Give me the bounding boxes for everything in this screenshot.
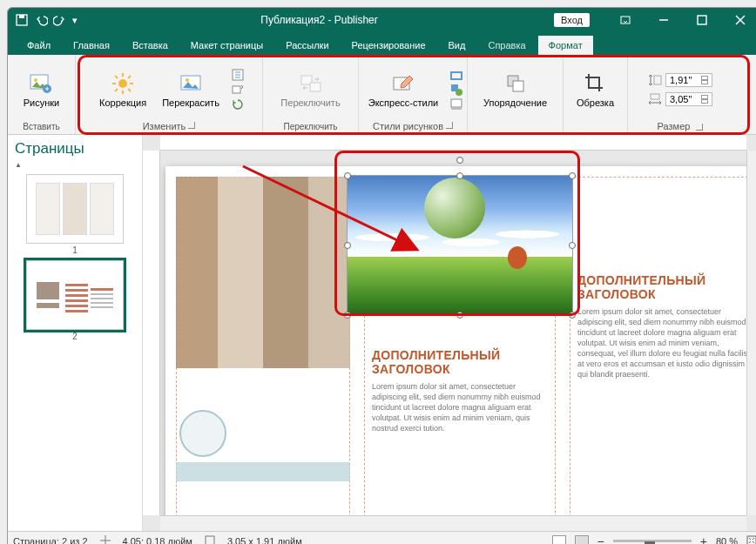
close-icon[interactable] <box>722 8 756 32</box>
svg-rect-34 <box>651 94 659 99</box>
save-icon[interactable] <box>15 13 29 27</box>
tab-view[interactable]: Вид <box>438 36 476 55</box>
view-two-page-icon[interactable] <box>575 535 589 545</box>
group-modify: Изменить <box>143 121 186 131</box>
fit-window-icon[interactable] <box>746 535 756 545</box>
tab-format[interactable]: Формат <box>538 36 593 55</box>
svg-line-17 <box>128 76 131 78</box>
pictures-button[interactable]: Рисунки <box>18 69 65 111</box>
recolor-button[interactable]: Перекрасить <box>157 69 225 111</box>
text-column-3[interactable]: ДОПОЛНИТЕЛЬНЫЙ ЗАГОЛОВОК Lorem ipsum dol… <box>570 177 746 515</box>
undo-icon[interactable] <box>34 13 48 27</box>
crop-label: Обрезка <box>577 97 614 108</box>
resize-handle-n[interactable] <box>456 172 463 179</box>
svg-rect-30 <box>451 107 462 110</box>
zoom-in-icon[interactable]: + <box>700 534 707 545</box>
page-thumbnail-2[interactable] <box>26 260 124 330</box>
arrange-button[interactable]: Упорядочение <box>478 69 552 111</box>
canvas-area: ДОПОЛНИТЕЛЬНЫЙ ЗАГОЛОВОК Lorem ipsum dol… <box>143 135 756 531</box>
resize-handle-e[interactable] <box>569 242 576 249</box>
picture-content <box>348 176 572 315</box>
swap-button[interactable]: Переключить <box>275 69 345 111</box>
resize-handle-w[interactable] <box>344 242 351 249</box>
svg-point-10 <box>118 79 127 88</box>
width-icon <box>648 93 662 105</box>
svg-rect-26 <box>451 72 462 79</box>
change-picture-icon[interactable] <box>232 84 244 96</box>
resize-handle-sw[interactable] <box>344 312 351 319</box>
resize-handle-nw[interactable] <box>344 172 351 179</box>
shape-bar[interactable] <box>176 462 350 481</box>
corrections-button[interactable]: Коррекция <box>94 69 152 111</box>
ribbon-display-icon[interactable] <box>607 8 644 32</box>
resize-handle-ne[interactable] <box>569 172 576 179</box>
body-text-1[interactable]: Lorem ipsum dolor sit amet, consectetuer… <box>372 381 548 433</box>
body-text-2[interactable]: Lorem ipsum dolor sit amet, consectetuer… <box>577 306 746 379</box>
height-spinner[interactable] <box>701 76 708 84</box>
crop-button[interactable]: Обрезка <box>571 69 619 111</box>
ribbon: Рисунки Вставить Коррекция Перекрасить И… <box>8 55 756 135</box>
zoom-out-icon[interactable]: − <box>597 534 604 545</box>
tab-page-layout[interactable]: Макет страницы <box>180 36 273 55</box>
recolor-icon <box>179 72 202 95</box>
redo-icon[interactable] <box>53 13 67 27</box>
tab-help[interactable]: Справка <box>477 36 536 55</box>
group-arrange <box>514 122 516 132</box>
status-page[interactable]: Страница: 2 из 2 <box>13 536 88 545</box>
rotate-handle[interactable] <box>456 157 463 164</box>
tab-mailings[interactable]: Рассылки <box>275 36 339 55</box>
shape-circle[interactable] <box>179 410 226 457</box>
width-spinner[interactable] <box>701 95 708 104</box>
login-button[interactable]: Вход <box>554 13 590 27</box>
status-position: 4,05; 0,18 дюйм <box>123 536 192 545</box>
height-value: 1,91" <box>670 75 692 85</box>
picture-styles-button[interactable]: Экспресс-стили <box>363 69 443 111</box>
maximize-icon[interactable] <box>684 8 720 32</box>
compress-pictures-icon[interactable] <box>232 69 244 81</box>
canvas[interactable]: ДОПОЛНИТЕЛЬНЫЙ ЗАГОЛОВОК Lorem ipsum dol… <box>160 151 746 515</box>
view-single-page-icon[interactable] <box>552 535 566 545</box>
status-zoom[interactable]: 80 % <box>716 536 738 545</box>
tab-home[interactable]: Главная <box>63 36 120 55</box>
crop-icon <box>584 72 606 95</box>
picture-border-icon[interactable] <box>450 69 462 81</box>
minimize-icon[interactable] <box>645 8 682 32</box>
styles-label: Экспресс-стили <box>368 97 438 108</box>
pages-collapse-icon[interactable]: ▲ <box>15 161 135 169</box>
status-size: 3,05 x 1,91 дюйм <box>227 536 302 545</box>
styles-icon <box>392 72 415 95</box>
group-insert: Вставить <box>23 122 59 132</box>
scrollbar-horizontal[interactable] <box>160 515 746 531</box>
resize-handle-s[interactable] <box>456 312 463 319</box>
statusbar: Страница: 2 из 2 4,05; 0,18 дюйм 3,05 x … <box>8 531 756 544</box>
tab-file[interactable]: Файл <box>17 36 61 55</box>
zoom-slider[interactable] <box>613 540 692 542</box>
tab-insert[interactable]: Вставка <box>122 36 179 55</box>
scrollbar-vertical[interactable] <box>746 151 756 515</box>
svg-rect-29 <box>451 99 462 107</box>
ruler-vertical[interactable] <box>143 151 160 515</box>
selected-picture[interactable] <box>347 175 573 316</box>
tab-review[interactable]: Рецензирование <box>341 36 436 55</box>
modify-launcher-icon[interactable] <box>188 122 195 129</box>
heading-1[interactable]: ДОПОЛНИТЕЛЬНЫЙ ЗАГОЛОВОК <box>372 348 548 376</box>
heading-2[interactable]: ДОПОЛНИТЕЛЬНЫЙ ЗАГОЛОВОК <box>577 273 746 301</box>
picture-shape-icon[interactable] <box>450 84 462 96</box>
size-launcher-icon[interactable] <box>696 124 703 131</box>
width-field[interactable]: 3,05" <box>665 92 712 106</box>
corrections-label: Коррекция <box>99 97 146 108</box>
object-size-icon <box>205 535 215 545</box>
page-thumbnail-1[interactable] <box>26 174 124 244</box>
ruler-horizontal[interactable] <box>160 135 746 151</box>
caption-icon[interactable] <box>450 98 462 111</box>
recolor-label: Перекрасить <box>162 97 219 108</box>
group-swap: Переключить <box>283 122 337 132</box>
svg-rect-4 <box>698 16 706 24</box>
reset-picture-icon[interactable] <box>232 98 244 111</box>
resize-handle-se[interactable] <box>569 312 576 319</box>
qat-dropdown-icon[interactable]: ▾ <box>72 15 78 26</box>
group-crop <box>594 122 597 132</box>
placeholder-image-library[interactable] <box>176 177 350 368</box>
height-field[interactable]: 1,91" <box>665 73 712 87</box>
styles-launcher-icon[interactable] <box>446 122 453 129</box>
